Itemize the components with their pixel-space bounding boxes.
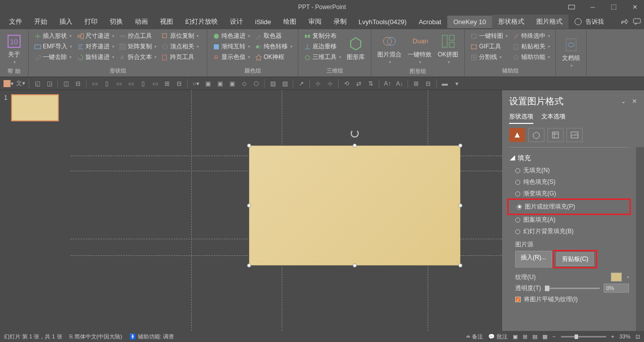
control-tool-button[interactable]: 控点工具 (118, 31, 158, 41)
tab-islide[interactable]: iSlide (249, 16, 277, 28)
split-text-button[interactable]: A拆合文本▾ (118, 52, 158, 62)
reading-view-icon[interactable]: ▤ (532, 333, 537, 340)
tab-onekey[interactable]: OneKey 10 (447, 16, 492, 28)
slideshow-view-icon[interactable]: ▦ (542, 333, 547, 340)
resize-handle[interactable] (458, 263, 462, 267)
solid-iter-button[interactable]: 纯色递进▾ (211, 31, 252, 41)
qb-item[interactable]: ⊟ (423, 79, 434, 89)
one-fx-button[interactable]: Duang一键特效▾ (406, 31, 434, 66)
tab-view[interactable]: 视图 (154, 15, 179, 29)
tab-draw[interactable]: 绘图 (277, 15, 302, 29)
qb-item[interactable]: ⊞ (162, 79, 173, 89)
tab-picture-format[interactable]: 图片格式 (530, 15, 569, 29)
tab-print[interactable]: 打印 (78, 15, 104, 29)
3d-tool-button[interactable]: 三维工具▾ (302, 52, 343, 62)
tab-text-options[interactable]: 文本选项 (541, 112, 566, 124)
radio-solid-fill[interactable]: 纯色填充(S) (509, 176, 629, 188)
size-iter-button[interactable]: 尺寸递进▾ (75, 31, 116, 41)
qb-item[interactable]: ▤ (267, 79, 278, 89)
qb-item[interactable]: ↗ (296, 79, 307, 89)
normal-view-icon[interactable]: ▣ (513, 333, 518, 340)
clipboard-button[interactable]: 剪贴板(C) (556, 252, 594, 266)
resize-handle[interactable] (458, 203, 462, 208)
minimize-icon[interactable]: ─ (587, 2, 599, 12)
transparency-slider[interactable] (545, 288, 600, 289)
slide-canvas[interactable] (70, 90, 502, 331)
comments-button[interactable]: 💬 批注 (488, 333, 508, 340)
size-props-icon[interactable] (547, 128, 564, 142)
checkbox-tile[interactable]: ✓将图片平铺为纹理(I) (509, 294, 629, 305)
picker-button[interactable]: 取色器 (254, 31, 294, 41)
qb-item[interactable]: ▬ (439, 79, 450, 89)
ribbon-options-icon[interactable] (566, 2, 578, 12)
about-button[interactable]: 10 关于▾ (4, 31, 24, 66)
panel-dropdown-icon[interactable]: ⌄ (621, 98, 626, 105)
resize-handle[interactable] (353, 144, 357, 148)
qb-item[interactable]: ◱ (32, 79, 43, 89)
qb-item[interactable]: ⊹ (312, 79, 324, 89)
special-sel-button[interactable]: 特殊选中▾ (511, 31, 551, 41)
resize-handle[interactable] (247, 263, 251, 267)
qb-item[interactable]: ◲ (44, 79, 55, 89)
qb-item[interactable]: ◫ (60, 79, 71, 89)
qb-item[interactable]: ⇅ (365, 79, 376, 89)
picture-icon[interactable] (567, 128, 583, 142)
qb-fill-icon[interactable]: ▾ (3, 79, 14, 89)
aux-func-button[interactable]: 辅助功能▾ (511, 52, 551, 62)
close-icon[interactable]: ✕ (629, 2, 641, 12)
tab-acrobat[interactable]: Acrobat (413, 16, 447, 28)
tab-shape-format[interactable]: 形状格式 (492, 15, 530, 29)
texture-swatch[interactable] (611, 272, 622, 282)
fill-section-title[interactable]: ◢ 填充 (509, 152, 629, 165)
doc-group-button[interactable]: 文档组▾ (560, 31, 582, 74)
radio-no-fill[interactable]: 无填充(N) (509, 165, 629, 176)
fit-window-icon[interactable]: ⊡ (635, 333, 640, 340)
qb-item[interactable]: ▯ (137, 79, 148, 89)
tab-file[interactable]: 文件 (3, 15, 28, 29)
qb-item[interactable]: ○▾ (190, 79, 201, 89)
color-trans-button[interactable]: 纯色转移▾ (254, 42, 294, 51)
qb-item[interactable]: ▣ (214, 79, 225, 89)
radio-pattern-fill[interactable]: 图案填充(A) (509, 214, 629, 226)
grad-swap-button[interactable]: 渐纯互转▾ (211, 42, 252, 51)
maximize-icon[interactable] (608, 2, 620, 12)
resize-handle[interactable] (458, 144, 462, 148)
gif-tool-button[interactable]: GIF工具 (469, 42, 509, 51)
sorter-view-icon[interactable]: ⊞ (523, 333, 527, 340)
resize-handle[interactable] (353, 263, 357, 267)
tab-transition[interactable]: 切换 (104, 15, 129, 29)
tab-lvyhtools[interactable]: LvyhTools(0429) (353, 16, 413, 28)
qb-item[interactable]: A↓ (394, 79, 405, 89)
one-rotate-button[interactable]: 一键转图▾ (469, 31, 509, 41)
radio-slide-bg-fill[interactable]: 幻灯片背景填充(B) (509, 226, 629, 237)
ok-god-button[interactable]: OK神框 (254, 52, 294, 62)
qb-text-icon[interactable]: 文▾ (15, 79, 26, 89)
radio-gradient-fill[interactable]: 渐变填充(G) (509, 188, 629, 199)
align-iter-button[interactable]: 对齐递进▾ (75, 42, 116, 51)
tab-insert[interactable]: 插入 (53, 15, 78, 29)
zoom-slider[interactable] (561, 336, 606, 337)
transparency-value[interactable]: 0% (604, 284, 629, 293)
zoom-out-icon[interactable]: − (552, 333, 555, 339)
panel-close-icon[interactable]: ✕ (632, 98, 637, 105)
pic-blend-button[interactable]: 图片混合▾ (375, 31, 404, 66)
rotate-iter-button[interactable]: 旋转递进▾ (75, 52, 116, 62)
tab-review[interactable]: 审阅 (302, 15, 328, 29)
remove-button[interactable]: 一键去除▾ (33, 52, 73, 62)
insert-shape-button[interactable]: 插入形状▾ (33, 31, 73, 41)
qb-item[interactable]: ▣ (202, 79, 213, 89)
qb-item[interactable]: ▭ (149, 79, 160, 89)
zoom-in-icon[interactable]: + (611, 333, 614, 339)
qb-item[interactable]: ◇ (238, 79, 250, 89)
qb-item[interactable]: ▤ (279, 79, 290, 89)
shape-lib-button[interactable]: 图形库 (345, 31, 367, 66)
fill-line-icon[interactable] (509, 128, 525, 142)
qb-item[interactable]: ▭ (113, 79, 124, 89)
qb-item[interactable]: ▭ (89, 79, 100, 89)
tab-shape-options[interactable]: 形状选项 (509, 112, 533, 124)
qb-item[interactable]: ⊹ (325, 79, 336, 89)
effects-icon[interactable] (528, 128, 544, 142)
zoom-value[interactable]: 33% (619, 333, 630, 339)
emf-import-button[interactable]: EMF导入▾ (33, 42, 73, 51)
paste-rel-button[interactable]: 粘贴相关▾ (511, 42, 551, 51)
